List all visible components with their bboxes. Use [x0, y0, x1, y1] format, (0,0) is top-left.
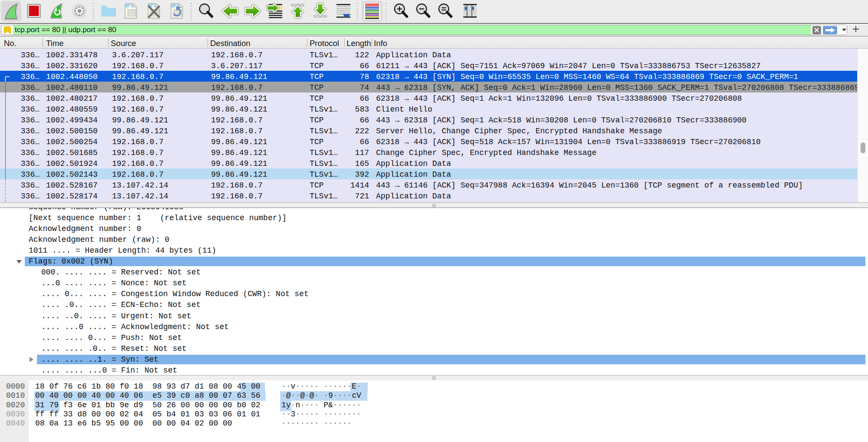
svg-text:01110: 01110: [127, 14, 136, 17]
